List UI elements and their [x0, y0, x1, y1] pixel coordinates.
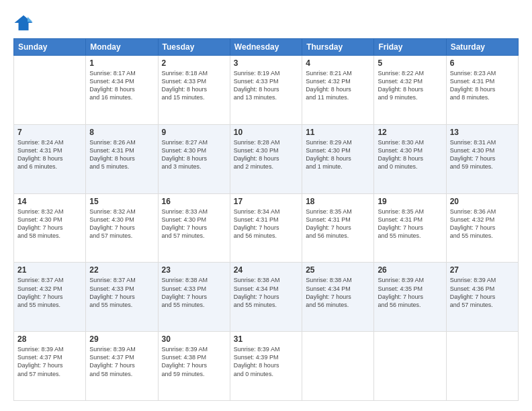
day-info: Sunrise: 8:27 AM Sunset: 4:30 PM Dayligh…	[162, 138, 226, 171]
calendar-cell: 16Sunrise: 8:33 AM Sunset: 4:30 PM Dayli…	[158, 193, 230, 263]
weekday-header-tuesday: Tuesday	[158, 39, 230, 56]
calendar-cell: 2Sunrise: 8:18 AM Sunset: 4:33 PM Daylig…	[158, 56, 230, 125]
calendar-cell: 29Sunrise: 8:39 AM Sunset: 4:37 PM Dayli…	[86, 332, 158, 401]
day-number: 3	[234, 58, 298, 68]
day-number: 16	[162, 197, 226, 206]
day-info: Sunrise: 8:17 AM Sunset: 4:34 PM Dayligh…	[89, 69, 154, 102]
calendar-cell: 19Sunrise: 8:35 AM Sunset: 4:31 PM Dayli…	[374, 193, 446, 263]
day-number: 26	[378, 265, 442, 275]
day-number: 14	[17, 197, 82, 206]
day-info: Sunrise: 8:35 AM Sunset: 4:31 PM Dayligh…	[378, 208, 442, 240]
calendar-cell: 1Sunrise: 8:17 AM Sunset: 4:34 PM Daylig…	[86, 56, 158, 125]
calendar-cell	[374, 332, 446, 401]
day-info: Sunrise: 8:38 AM Sunset: 4:34 PM Dayligh…	[234, 276, 298, 309]
calendar-cell: 26Sunrise: 8:39 AM Sunset: 4:35 PM Dayli…	[374, 263, 446, 332]
calendar-cell: 25Sunrise: 8:38 AM Sunset: 4:34 PM Dayli…	[302, 263, 374, 332]
day-number: 13	[450, 128, 515, 137]
day-number: 25	[306, 265, 370, 275]
day-info: Sunrise: 8:19 AM Sunset: 4:33 PM Dayligh…	[234, 69, 298, 102]
calendar-week-row: 1Sunrise: 8:17 AM Sunset: 4:34 PM Daylig…	[14, 56, 519, 125]
weekday-header-row: SundayMondayTuesdayWednesdayThursdayFrid…	[14, 39, 519, 56]
day-info: Sunrise: 8:23 AM Sunset: 4:31 PM Dayligh…	[450, 69, 515, 102]
day-info: Sunrise: 8:39 AM Sunset: 4:36 PM Dayligh…	[450, 276, 515, 309]
day-info: Sunrise: 8:21 AM Sunset: 4:32 PM Dayligh…	[306, 69, 370, 102]
weekday-header-monday: Monday	[86, 39, 158, 56]
calendar-cell: 6Sunrise: 8:23 AM Sunset: 4:31 PM Daylig…	[446, 56, 518, 125]
day-info: Sunrise: 8:39 AM Sunset: 4:37 PM Dayligh…	[89, 345, 154, 378]
calendar-cell: 24Sunrise: 8:38 AM Sunset: 4:34 PM Dayli…	[230, 263, 302, 332]
calendar-cell	[446, 332, 518, 401]
day-number: 1	[89, 58, 154, 68]
day-info: Sunrise: 8:30 AM Sunset: 4:30 PM Dayligh…	[378, 138, 442, 171]
day-number: 29	[89, 334, 154, 344]
day-number: 20	[450, 197, 515, 206]
weekday-header-sunday: Sunday	[14, 39, 86, 56]
day-number: 28	[17, 334, 82, 344]
calendar-table: SundayMondayTuesdayWednesdayThursdayFrid…	[13, 38, 519, 401]
day-number: 4	[306, 58, 370, 68]
day-number: 27	[450, 265, 515, 275]
logo	[13, 13, 36, 33]
day-number: 5	[378, 58, 442, 68]
calendar-cell: 31Sunrise: 8:39 AM Sunset: 4:39 PM Dayli…	[230, 332, 302, 401]
day-number: 31	[234, 334, 298, 344]
calendar-cell: 5Sunrise: 8:22 AM Sunset: 4:32 PM Daylig…	[374, 56, 446, 125]
day-number: 15	[89, 197, 154, 206]
weekday-header-saturday: Saturday	[446, 39, 518, 56]
calendar-cell: 21Sunrise: 8:37 AM Sunset: 4:32 PM Dayli…	[14, 263, 86, 332]
day-number: 24	[234, 265, 298, 275]
day-number: 11	[306, 128, 370, 137]
calendar-cell: 17Sunrise: 8:34 AM Sunset: 4:31 PM Dayli…	[230, 193, 302, 263]
weekday-header-wednesday: Wednesday	[230, 39, 302, 56]
day-number: 22	[89, 265, 154, 275]
calendar-cell: 20Sunrise: 8:36 AM Sunset: 4:32 PM Dayli…	[446, 193, 518, 263]
logo-icon	[13, 13, 34, 33]
day-info: Sunrise: 8:38 AM Sunset: 4:33 PM Dayligh…	[162, 276, 226, 309]
day-number: 9	[162, 128, 226, 137]
page: SundayMondayTuesdayWednesdayThursdayFrid…	[0, 0, 532, 411]
calendar-week-row: 14Sunrise: 8:32 AM Sunset: 4:30 PM Dayli…	[14, 193, 519, 263]
calendar-cell: 9Sunrise: 8:27 AM Sunset: 4:30 PM Daylig…	[158, 124, 230, 193]
day-number: 8	[89, 128, 154, 137]
day-info: Sunrise: 8:28 AM Sunset: 4:30 PM Dayligh…	[234, 138, 298, 171]
calendar-cell: 28Sunrise: 8:39 AM Sunset: 4:37 PM Dayli…	[14, 332, 86, 401]
weekday-header-thursday: Thursday	[302, 39, 374, 56]
day-info: Sunrise: 8:39 AM Sunset: 4:39 PM Dayligh…	[234, 345, 298, 378]
day-number: 17	[234, 197, 298, 206]
calendar-cell: 27Sunrise: 8:39 AM Sunset: 4:36 PM Dayli…	[446, 263, 518, 332]
day-number: 19	[378, 197, 442, 206]
calendar-cell: 15Sunrise: 8:32 AM Sunset: 4:30 PM Dayli…	[86, 193, 158, 263]
calendar-cell: 14Sunrise: 8:32 AM Sunset: 4:30 PM Dayli…	[14, 193, 86, 263]
day-info: Sunrise: 8:18 AM Sunset: 4:33 PM Dayligh…	[162, 69, 226, 102]
day-info: Sunrise: 8:38 AM Sunset: 4:34 PM Dayligh…	[306, 276, 370, 309]
day-info: Sunrise: 8:32 AM Sunset: 4:30 PM Dayligh…	[17, 208, 82, 240]
calendar-cell: 18Sunrise: 8:35 AM Sunset: 4:31 PM Dayli…	[302, 193, 374, 263]
calendar-cell: 11Sunrise: 8:29 AM Sunset: 4:30 PM Dayli…	[302, 124, 374, 193]
day-info: Sunrise: 8:34 AM Sunset: 4:31 PM Dayligh…	[234, 208, 298, 240]
day-info: Sunrise: 8:36 AM Sunset: 4:32 PM Dayligh…	[450, 208, 515, 240]
day-number: 2	[162, 58, 226, 68]
day-info: Sunrise: 8:39 AM Sunset: 4:37 PM Dayligh…	[17, 345, 82, 378]
day-number: 23	[162, 265, 226, 275]
day-number: 18	[306, 197, 370, 206]
calendar-week-row: 7Sunrise: 8:24 AM Sunset: 4:31 PM Daylig…	[14, 124, 519, 193]
weekday-header-friday: Friday	[374, 39, 446, 56]
day-info: Sunrise: 8:39 AM Sunset: 4:38 PM Dayligh…	[162, 345, 226, 378]
day-number: 7	[17, 128, 82, 137]
calendar-cell: 23Sunrise: 8:38 AM Sunset: 4:33 PM Dayli…	[158, 263, 230, 332]
calendar-week-row: 21Sunrise: 8:37 AM Sunset: 4:32 PM Dayli…	[14, 263, 519, 332]
calendar-cell	[302, 332, 374, 401]
day-info: Sunrise: 8:26 AM Sunset: 4:31 PM Dayligh…	[89, 138, 154, 171]
day-info: Sunrise: 8:29 AM Sunset: 4:30 PM Dayligh…	[306, 138, 370, 171]
day-info: Sunrise: 8:22 AM Sunset: 4:32 PM Dayligh…	[378, 69, 442, 102]
calendar-cell: 4Sunrise: 8:21 AM Sunset: 4:32 PM Daylig…	[302, 56, 374, 125]
svg-marker-1	[28, 17, 33, 22]
calendar-cell: 30Sunrise: 8:39 AM Sunset: 4:38 PM Dayli…	[158, 332, 230, 401]
day-info: Sunrise: 8:33 AM Sunset: 4:30 PM Dayligh…	[162, 208, 226, 240]
day-info: Sunrise: 8:24 AM Sunset: 4:31 PM Dayligh…	[17, 138, 82, 171]
calendar-cell	[14, 56, 86, 125]
day-info: Sunrise: 8:39 AM Sunset: 4:35 PM Dayligh…	[378, 276, 442, 309]
calendar-week-row: 28Sunrise: 8:39 AM Sunset: 4:37 PM Dayli…	[14, 332, 519, 401]
day-number: 6	[450, 58, 515, 68]
header	[13, 10, 519, 33]
